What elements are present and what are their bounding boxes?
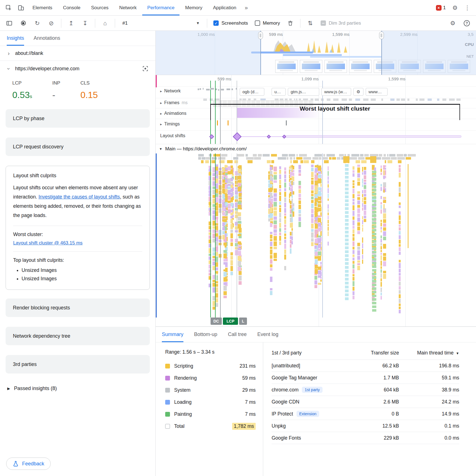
network-minibar[interactable] — [419, 99, 424, 101]
flame-bar[interactable] — [353, 229, 354, 233]
flame-bar[interactable] — [399, 225, 400, 227]
filmstrip-thumb[interactable] — [325, 60, 347, 73]
table-row[interactable]: chrome.com1st party 604 kB 38.9 ms — [272, 384, 459, 396]
col-party-header[interactable]: 1st / 3rd party — [272, 350, 351, 356]
network-waterfall-bar[interactable] — [216, 88, 217, 90]
flame-bar[interactable] — [383, 256, 386, 260]
flame-bar[interactable] — [230, 210, 233, 212]
flame-bar[interactable] — [362, 194, 363, 197]
flame-bar[interactable] — [222, 202, 225, 207]
flame-bar[interactable] — [198, 157, 201, 160]
investigate-link[interactable]: Investigate the causes of layout shifts — [38, 194, 120, 200]
network-minibar[interactable] — [442, 99, 446, 101]
network-minibar[interactable] — [407, 99, 409, 101]
flame-bar[interactable] — [213, 262, 215, 266]
flame-bar[interactable] — [345, 239, 349, 241]
flame-bar[interactable] — [315, 190, 318, 193]
network-request-chip[interactable]: u… — [272, 88, 286, 96]
flame-bar[interactable] — [213, 266, 215, 270]
flame-bar[interactable] — [218, 157, 225, 160]
flame-bar[interactable] — [293, 166, 295, 169]
flame-bar[interactable] — [357, 260, 360, 263]
flame-bar[interactable] — [353, 166, 354, 170]
table-row[interactable]: Google Tag Manager 1.7 MB 59.1 ms — [272, 372, 459, 384]
flame-bar[interactable] — [357, 178, 360, 181]
table-row[interactable]: [unattributed] 66.2 kB 196.8 ms — [272, 360, 459, 372]
flame-bar[interactable] — [315, 265, 318, 269]
flame-bar[interactable] — [357, 231, 360, 234]
flame-bar[interactable] — [298, 189, 301, 193]
flame-bar[interactable] — [312, 157, 318, 160]
flame-bar[interactable] — [293, 211, 295, 216]
metric-lcp[interactable]: LCP 0.53s — [12, 80, 32, 100]
flame-bar[interactable] — [372, 247, 376, 250]
network-minibar[interactable] — [401, 99, 405, 101]
flame-bar[interactable] — [353, 237, 354, 241]
flame-bar[interactable] — [279, 185, 281, 188]
flame-bar[interactable] — [216, 281, 218, 283]
flame-bar[interactable] — [381, 243, 382, 246]
flame-bar[interactable] — [345, 270, 349, 273]
recording-select[interactable]: #1 ▼ — [119, 18, 203, 29]
flame-bar[interactable] — [202, 157, 206, 160]
flame-bar[interactable] — [227, 160, 233, 163]
flame-bar[interactable] — [230, 252, 233, 256]
flame-bar[interactable] — [216, 193, 218, 197]
flame-bar[interactable] — [263, 154, 270, 157]
flame-bar[interactable] — [362, 167, 363, 172]
flame-bar[interactable] — [270, 202, 272, 207]
flame-bar[interactable] — [230, 224, 233, 229]
flame-bar[interactable] — [216, 203, 218, 205]
flame-bar[interactable] — [357, 247, 360, 250]
flame-bar[interactable] — [372, 204, 376, 206]
tab-annotations[interactable]: Annotations — [34, 31, 60, 46]
flame-bar[interactable] — [345, 297, 349, 300]
flame-bar[interactable] — [314, 154, 322, 157]
flame-bar[interactable] — [213, 215, 215, 220]
network-minibar[interactable] — [428, 99, 432, 101]
flame-bar[interactable] — [274, 236, 277, 241]
flame-bar[interactable] — [274, 216, 277, 220]
flame-bar[interactable] — [362, 207, 363, 211]
legend-row-system[interactable]: System 29 ms — [165, 384, 256, 396]
flame-bar[interactable] — [270, 184, 272, 187]
flame-bar[interactable] — [345, 286, 349, 288]
flame-bar[interactable] — [318, 223, 321, 227]
flame-bar[interactable] — [274, 259, 277, 261]
flame-bar[interactable] — [362, 198, 363, 202]
flame-bar[interactable] — [238, 212, 241, 216]
metric-cls[interactable]: CLS 0.15 — [80, 80, 98, 100]
flame-bar[interactable] — [328, 171, 329, 176]
flame-bar[interactable] — [223, 282, 227, 285]
flame-bar[interactable] — [388, 160, 393, 163]
filmstrip-thumb[interactable] — [300, 60, 322, 73]
flame-bar[interactable] — [345, 274, 349, 277]
tab-memory[interactable]: Memory — [180, 0, 207, 15]
flame-bar[interactable] — [328, 213, 329, 215]
flame-bar[interactable] — [216, 271, 218, 274]
flame-bar[interactable] — [213, 204, 215, 207]
flame-bar[interactable] — [298, 198, 301, 200]
flame-bar[interactable] — [364, 171, 366, 175]
flame-bar[interactable] — [383, 231, 386, 236]
collect-garbage-icon[interactable] — [284, 18, 296, 29]
flame-bar[interactable] — [279, 228, 281, 232]
flame-bar[interactable] — [399, 299, 400, 303]
flame-bar[interactable] — [399, 290, 400, 294]
flame-bar[interactable] — [284, 228, 286, 230]
flame-bar[interactable] — [381, 273, 382, 278]
legend-row-scripting[interactable]: Scripting 231 ms — [165, 360, 256, 372]
insight-card-network-tree[interactable]: Network dependency tree — [6, 327, 150, 345]
flame-bar[interactable] — [274, 207, 277, 210]
flame-bar[interactable] — [270, 208, 272, 213]
flame-bar[interactable] — [284, 213, 286, 216]
flame-bar[interactable] — [267, 160, 271, 163]
flame-bar[interactable] — [383, 190, 385, 193]
flame-bar[interactable] — [274, 202, 277, 206]
tab-network[interactable]: Network — [114, 0, 142, 15]
flame-bar[interactable] — [381, 202, 382, 204]
flame-bar[interactable] — [399, 193, 400, 197]
network-minibar[interactable] — [396, 99, 400, 101]
flame-bar[interactable] — [372, 240, 376, 242]
tab-summary[interactable]: Summary — [162, 327, 183, 342]
